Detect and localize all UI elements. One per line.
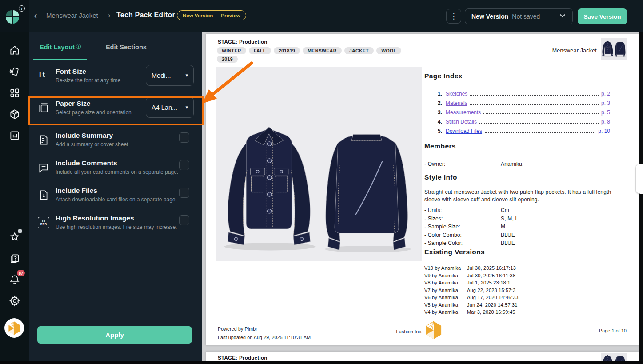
- section-heading-existing-versions: Existing Versions: [424, 248, 485, 256]
- index-link-measurements[interactable]: Measurements: [446, 109, 481, 116]
- comment-icon: [38, 162, 49, 173]
- tag: WOOL: [376, 47, 401, 54]
- user-avatar[interactable]: [4, 318, 24, 338]
- divider: [424, 185, 625, 185]
- sidebar-item-dashboard[interactable]: [9, 87, 20, 99]
- paper-size-icon: [38, 102, 49, 114]
- include-comments-checkbox[interactable]: [179, 160, 189, 170]
- dotted-leader: [470, 104, 599, 105]
- index-item: 2. Materials p. 3: [438, 100, 610, 109]
- sidebar-item-swatches[interactable]: [9, 66, 20, 77]
- file-download-icon: [38, 189, 49, 201]
- sidebar-item-products[interactable]: [9, 108, 20, 120]
- option-include-files: Include Files Attach downloadable card f…: [38, 187, 195, 210]
- dotted-leader: [483, 113, 599, 114]
- caret-down-icon: ▾: [185, 104, 188, 110]
- option-title: Font Size: [56, 68, 86, 76]
- product-thumbnail: [601, 38, 627, 60]
- option-title: Include Files: [56, 187, 97, 195]
- option-title: Include Comments: [56, 159, 117, 167]
- index-link-sketches[interactable]: Sketches: [446, 91, 467, 97]
- bar-chart-icon: [9, 130, 20, 141]
- sidebar-item-notifications[interactable]: 87: [9, 274, 20, 285]
- back-button[interactable]: ‹: [34, 10, 37, 21]
- hexagon-brand-icon: [425, 321, 442, 340]
- field-row: - Color Combo:BLUE: [424, 232, 625, 238]
- field-row: - Units:Cm: [424, 207, 625, 213]
- hexagon-brand-icon: [8, 321, 20, 335]
- more-options-button[interactable]: ⋮: [446, 9, 461, 24]
- option-title: Paper Size: [56, 100, 90, 108]
- info-icon[interactable]: i: [19, 4, 25, 12]
- font-size-icon: Tt: [38, 70, 49, 82]
- version-row: V9 by AnamikaJul 30, 2025 16:11:38: [424, 273, 625, 278]
- product-name: Menswear Jacket: [517, 48, 597, 54]
- divider: [424, 154, 625, 154]
- tag: JACKET: [344, 47, 374, 54]
- sidebar-item-favorites[interactable]: [9, 231, 20, 243]
- option-high-res-images: HIRES High Resolution Images Use high re…: [38, 214, 195, 237]
- breadcrumb-parent[interactable]: Menswear Jacket: [46, 12, 98, 19]
- breadcrumb-separator: ›: [108, 11, 111, 20]
- index-link-stitch-details[interactable]: Stitch Details: [446, 119, 477, 125]
- collapsed-panel-handle[interactable]: [636, 164, 643, 194]
- caret-down-icon: ▾: [185, 72, 188, 78]
- divider: [424, 84, 625, 84]
- index-item: 3. Measurements p. 5: [438, 109, 610, 119]
- index-item: 4. Stitch Details p. 8: [438, 119, 610, 128]
- option-paper-size: Paper Size Select page size and orientat…: [38, 100, 195, 123]
- owner-row: - Owner: Anamika: [424, 161, 522, 167]
- dotted-leader: [470, 95, 599, 96]
- company-name: Fashion Inc.: [366, 329, 423, 334]
- hi-res-icon: HIRES: [38, 217, 49, 228]
- include-files-checkbox[interactable]: [179, 188, 189, 198]
- index-link-download-files[interactable]: Download Files: [446, 128, 482, 134]
- right-edge-strip: [639, 32, 643, 364]
- app-window: i ‹ Menswear Jacket › Tech Pack Editor N…: [0, 0, 643, 364]
- high-res-checkbox[interactable]: [179, 215, 189, 225]
- include-summary-checkbox[interactable]: [179, 132, 189, 143]
- company-logo: [425, 321, 442, 341]
- save-version-button[interactable]: Save Version: [578, 8, 627, 24]
- sidebar-item-home[interactable]: [9, 44, 20, 56]
- dashboard-icon: [9, 87, 20, 99]
- option-title: Include Summary: [56, 132, 113, 140]
- help-card-icon: [9, 252, 20, 264]
- version-row: V8 by AnamikaJul 1, 2025 23:18:1: [424, 280, 625, 285]
- sidebar-rail: 87: [0, 32, 29, 361]
- option-font-size: Tt Font Size Re-size the font at any tim…: [38, 68, 195, 91]
- tag: 201819: [274, 47, 300, 54]
- field-row: - Sizes:S, M, L: [424, 216, 625, 222]
- stage-label: STAGE: Production: [218, 355, 268, 360]
- font-size-select[interactable]: Medi... ▾: [146, 65, 194, 86]
- version-row: V4 by AnamikaMar 3, 2020 16:59:45: [424, 309, 625, 315]
- last-updated: Last updated on Aug 29, 2025 11:10:31 AM: [218, 335, 311, 340]
- page-title: Tech Pack Editor: [116, 11, 175, 19]
- package-icon: [9, 108, 20, 120]
- summary-doc-icon: [38, 134, 49, 146]
- divider: [424, 260, 625, 260]
- apply-button[interactable]: Apply: [37, 326, 192, 344]
- stage-label: STAGE: Production: [218, 39, 268, 44]
- tab-edit-sections[interactable]: Edit Sections: [100, 39, 153, 60]
- tag: FALL: [249, 47, 271, 54]
- style-description: Straight cut menswear Jacket with two pa…: [424, 188, 625, 204]
- tab-edit-layout[interactable]: Edit Layout i: [33, 39, 87, 60]
- sidebar-item-reports[interactable]: [9, 130, 20, 141]
- section-heading-members: Members: [424, 142, 456, 150]
- jacket-thumbnail-image: [602, 40, 627, 58]
- option-include-summary: Include Summary Add a summary or cover s…: [38, 132, 195, 155]
- index-link-materials[interactable]: Materials: [446, 100, 467, 106]
- sidebar-item-help[interactable]: [9, 252, 20, 264]
- tag-list: WINTER FALL 201819 MENSWEAR JACKET WOOL …: [217, 47, 408, 63]
- tag: WINTER: [217, 47, 246, 54]
- version-name: New Version: [471, 13, 508, 20]
- app-logo[interactable]: i: [0, 0, 29, 32]
- version-row: V10 by AnamikaJul 30, 2025 16:17:13: [424, 265, 625, 271]
- field-row: - Sample Size:M: [424, 224, 625, 230]
- version-dropdown[interactable]: New Version Not saved: [465, 8, 573, 24]
- paper-size-select[interactable]: A4 Lan... ▾: [146, 97, 194, 118]
- owner-value: Anamika: [501, 161, 522, 167]
- edit-panel: Edit Layout i Edit Sections Tt Font Size…: [29, 32, 202, 361]
- sidebar-item-settings[interactable]: [9, 295, 20, 307]
